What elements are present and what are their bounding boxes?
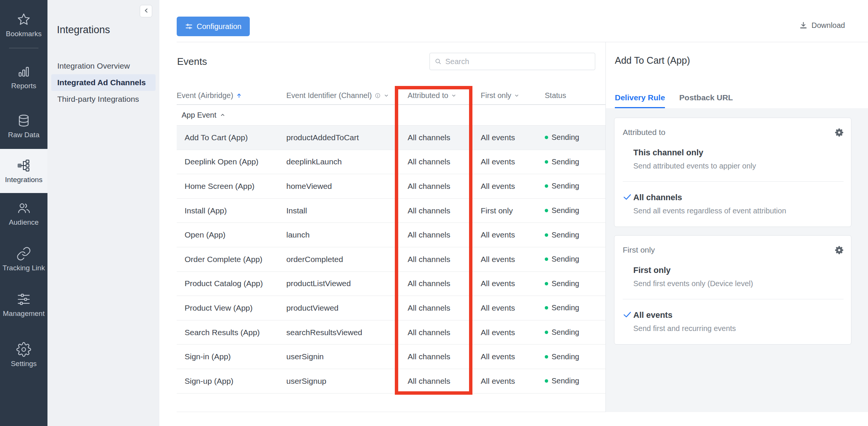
cell-status: Sending <box>545 231 605 239</box>
sliders-icon <box>16 292 31 307</box>
option-title: All channels <box>633 193 844 202</box>
option-title: This channel only <box>633 148 844 158</box>
sidebar-item-reports[interactable]: Reports <box>0 57 47 97</box>
status-dot <box>545 136 548 139</box>
column-header-status[interactable]: Status <box>545 91 605 100</box>
gear-icon[interactable] <box>835 128 844 137</box>
download-button[interactable]: Download <box>799 21 845 30</box>
table-row[interactable]: Order Complete (App)orderCompletedAll ch… <box>177 247 605 272</box>
database-icon <box>16 113 31 128</box>
status-dot <box>545 379 548 383</box>
cell-first-only: All events <box>481 377 545 386</box>
cell-attributed-to: All channels <box>408 133 481 142</box>
group-label: App Event <box>182 111 216 120</box>
table-row[interactable]: Home Screen (App)homeViewedAll channelsA… <box>177 174 605 199</box>
sidebar-item-label: Management <box>3 310 45 318</box>
table-row[interactable]: Sign-in (App)userSigninAll channelsAll e… <box>177 345 605 369</box>
cell-event-identifier: homeViewed <box>286 182 408 191</box>
sidebar-item-tracking-link[interactable]: Tracking Link <box>0 239 47 279</box>
cell-attributed-to: All channels <box>408 279 481 288</box>
info-icon <box>374 92 381 99</box>
rule-option[interactable]: All eventsSend first and recurring event… <box>623 299 844 333</box>
cell-status: Sending <box>545 279 605 288</box>
option-title: First only <box>633 265 844 275</box>
sidebar-item-management[interactable]: Management <box>0 285 47 325</box>
icon-sidebar: BookmarksReportsRaw DataIntegrationsAudi… <box>0 0 47 426</box>
settings-card: First onlyFirst onlySend first events on… <box>614 235 851 345</box>
status-label: Sending <box>552 303 579 312</box>
column-label: Event Identifier (Channel) <box>286 91 372 100</box>
status-dot <box>545 233 548 237</box>
cell-first-only: All events <box>481 328 545 337</box>
chevron-down-icon <box>514 93 520 98</box>
configuration-button[interactable]: Configuration <box>177 17 250 36</box>
table-row[interactable]: Product View (App)productViewedAll chann… <box>177 296 605 320</box>
sidebar-item-bookmarks[interactable]: Bookmarks <box>0 5 47 45</box>
cell-status: Sending <box>545 182 605 190</box>
events-title: Events <box>177 56 207 67</box>
cell-status: Sending <box>545 328 605 337</box>
cell-attributed-to: All channels <box>408 377 481 386</box>
sidebar-item-integrated-ad-channels[interactable]: Integrated Ad Channels <box>51 74 156 91</box>
status-dot <box>545 257 548 261</box>
chevron-down-icon <box>451 93 457 98</box>
cell-event: Install (App) <box>177 206 286 215</box>
cell-first-only: All events <box>481 182 545 191</box>
search-box <box>429 53 595 70</box>
column-header-first-only[interactable]: First only <box>481 91 545 100</box>
table-group-row[interactable]: App Event <box>177 105 605 126</box>
chevron-left-icon <box>143 7 150 15</box>
table-row[interactable]: Add To Cart (App)productAddedToCartAll c… <box>177 126 605 150</box>
column-header-attributed-to[interactable]: Attributed to <box>408 91 481 100</box>
cell-status: Sending <box>545 133 605 142</box>
rule-option[interactable]: First onlySend first events only (Device… <box>623 265 844 288</box>
status-dot <box>545 331 548 334</box>
events-table: Event (Airbridge) Event Identifier (Chan… <box>177 87 605 412</box>
detail-tabs: Delivery Rule Postback URL <box>615 93 733 108</box>
sidebar-item-raw-data[interactable]: Raw Data <box>0 106 47 146</box>
cell-attributed-to: All channels <box>408 303 481 313</box>
icon-sidebar-nav: BookmarksReportsRaw DataIntegrationsAudi… <box>0 0 47 375</box>
check-icon <box>623 192 632 203</box>
cell-event: Order Complete (App) <box>177 255 286 264</box>
rule-option[interactable]: This channel onlySend attributed events … <box>623 148 844 170</box>
rule-option[interactable]: All channelsSend all events regardless o… <box>623 181 844 215</box>
table-row[interactable]: Deeplink Open (App)deeplinkLaunchAll cha… <box>177 150 605 175</box>
status-dot <box>545 355 548 359</box>
cell-event-identifier: productViewed <box>286 303 408 313</box>
option-subtitle: Send all events regardless of event attr… <box>633 207 844 215</box>
tab-postback-url[interactable]: Postback URL <box>679 93 733 108</box>
cell-attributed-to: All channels <box>408 206 481 215</box>
collapse-sidebar-button[interactable] <box>140 5 152 17</box>
column-header-identifier[interactable]: Event Identifier (Channel) <box>286 91 408 100</box>
cell-event: Home Screen (App) <box>177 182 286 191</box>
sidebar-item-integrations[interactable]: Integrations <box>0 149 47 193</box>
table-row[interactable]: Sign-up (App)userSignupAll channelsAll e… <box>177 369 605 394</box>
table-row[interactable]: Open (App)launchAll channelsAll eventsSe… <box>177 223 605 247</box>
search-input[interactable] <box>445 57 590 66</box>
cell-first-only: All events <box>481 230 545 239</box>
tab-delivery-rule[interactable]: Delivery Rule <box>615 93 665 108</box>
settings-card: Attributed toThis channel onlySend attri… <box>614 118 851 227</box>
sidebar-item-settings[interactable]: Settings <box>0 335 47 375</box>
sidebar-item-third-party-integrations[interactable]: Third-party Integrations <box>47 91 159 107</box>
sidebar-item-integration-overview[interactable]: Integration Overview <box>47 58 159 74</box>
sidebar-title: Integrations <box>57 24 159 36</box>
cell-event: Search Results (App) <box>177 328 286 337</box>
status-dot <box>545 160 548 164</box>
sidebar-item-label: Raw Data <box>8 131 39 139</box>
cell-attributed-to: All channels <box>408 352 481 361</box>
column-label: Status <box>545 91 566 100</box>
table-row[interactable]: Install (App)InstallAll channelsFirst on… <box>177 199 605 223</box>
cell-first-only: All events <box>481 279 545 288</box>
table-row[interactable]: Product Catalog (App)productListViewedAl… <box>177 272 605 296</box>
cell-status: Sending <box>545 352 605 361</box>
status-label: Sending <box>552 158 579 166</box>
table-row[interactable]: Search Results (App)searchResultsViewedA… <box>177 320 605 345</box>
column-header-event[interactable]: Event (Airbridge) <box>177 91 286 100</box>
sidebar-item-audience[interactable]: Audience <box>0 193 47 233</box>
cell-attributed-to: All channels <box>408 230 481 239</box>
cell-status: Sending <box>545 206 605 215</box>
gear-icon[interactable] <box>835 246 844 254</box>
card-header: First only <box>623 245 844 254</box>
